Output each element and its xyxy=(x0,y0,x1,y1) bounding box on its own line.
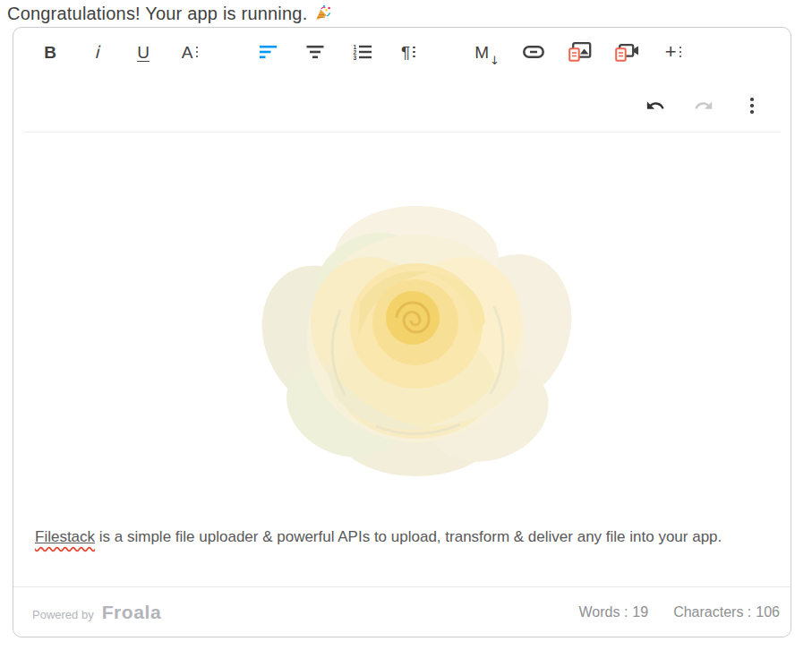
chars-label: Characters : xyxy=(673,604,751,620)
filestack-image-icon xyxy=(568,41,592,63)
text-format-icon: A xyxy=(182,44,193,61)
dropdown-dots-icon xyxy=(196,47,199,58)
words-value: 19 xyxy=(632,604,648,620)
toolbar-row-1: B i U A xyxy=(13,35,791,69)
redo-button[interactable] xyxy=(687,89,721,123)
powered-by-froala-link[interactable]: Powered by Froala xyxy=(32,602,161,623)
link-icon xyxy=(523,46,544,58)
page-title-text: Congratulations! Your app is running. xyxy=(7,4,307,24)
toolbar-row-2 xyxy=(13,89,791,123)
rose-image[interactable] xyxy=(260,202,573,480)
powered-by-label: Powered by xyxy=(32,608,94,621)
character-counter: Characters : 106 xyxy=(673,604,780,620)
editor-footer: Powered by Froala Words : 19 Characters … xyxy=(13,586,791,637)
plus-icon: + xyxy=(665,42,677,62)
page-title: Congratulations! Your app is running. xyxy=(7,1,331,26)
filestack-link[interactable]: Filestack xyxy=(35,528,95,545)
dropdown-dots-icon xyxy=(413,47,415,58)
markdown-arrow-icon: ↓ xyxy=(490,54,500,67)
undo-button[interactable] xyxy=(638,89,672,123)
underline-button[interactable]: U xyxy=(126,35,160,69)
counters: Words : 19 Characters : 106 xyxy=(579,604,780,620)
misspelled-word: Filestack xyxy=(35,528,95,545)
align-center-icon xyxy=(306,45,324,59)
markdown-button[interactable]: M ↓ xyxy=(470,35,504,69)
insert-link-button[interactable] xyxy=(517,35,551,69)
more-options-button[interactable] xyxy=(735,89,769,123)
editor-content[interactable]: Filestack is a simple file uploader & po… xyxy=(13,133,791,587)
page: Congratulations! Your app is running. B … xyxy=(0,0,812,650)
underline-icon: U xyxy=(137,44,150,61)
insert-image-button[interactable] xyxy=(563,35,597,69)
undo-icon xyxy=(645,96,665,115)
text-formatting-menu-button[interactable]: A xyxy=(173,35,207,69)
froala-logo: Froala xyxy=(102,602,162,623)
more-plugins-menu-button[interactable]: + xyxy=(656,35,690,69)
align-left-button[interactable] xyxy=(252,35,286,69)
markdown-icon: M xyxy=(474,44,489,61)
align-left-icon xyxy=(260,45,278,59)
paragraph-format-menu-button[interactable]: ¶ xyxy=(391,35,425,69)
svg-text:3: 3 xyxy=(353,55,356,60)
paragraph-icon: ¶ xyxy=(401,44,410,61)
froala-editor: B i U A xyxy=(13,27,791,637)
kebab-menu-icon xyxy=(750,98,753,113)
bold-button[interactable]: B xyxy=(33,35,67,69)
dropdown-dots-icon xyxy=(680,47,682,58)
align-center-button[interactable] xyxy=(298,35,332,69)
word-counter: Words : 19 xyxy=(579,604,649,620)
ordered-list-button[interactable]: 1 2 3 xyxy=(345,35,379,69)
toolbar: B i U A xyxy=(13,28,791,133)
redo-icon xyxy=(694,96,714,115)
ordered-list-icon: 1 2 3 xyxy=(353,44,372,60)
italic-button[interactable]: i xyxy=(80,35,114,69)
paragraph-text: is a simple file uploader & powerful API… xyxy=(95,528,722,545)
words-label: Words : xyxy=(579,604,628,620)
bold-icon: B xyxy=(44,44,56,61)
content-paragraph: Filestack is a simple file uploader & po… xyxy=(35,528,769,546)
chars-value: 106 xyxy=(756,604,780,620)
italic-icon: i xyxy=(94,44,98,61)
insert-video-button[interactable] xyxy=(610,35,644,69)
party-popper-emoji xyxy=(313,4,331,22)
filestack-video-icon xyxy=(615,41,639,63)
